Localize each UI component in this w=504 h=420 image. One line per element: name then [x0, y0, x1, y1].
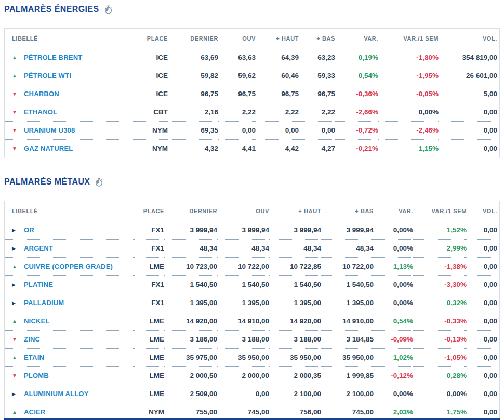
cell-dernier: 755,00: [164, 403, 217, 420]
instrument-link[interactable]: ACIER: [24, 408, 45, 416]
instrument-link[interactable]: PÉTROLE BRENT: [24, 54, 82, 61]
instrument-link[interactable]: NICKEL: [24, 317, 50, 325]
metaux-table: LIBELLÉPLACEDERNIEROUV+ HAUT+ BASVAR.VAR…: [5, 201, 500, 420]
cell-vol: 26 601,00: [439, 67, 500, 85]
instrument-link[interactable]: URANIUM U308: [24, 126, 75, 134]
cell-libelle: ▶ALUMINIUM ALLOY: [5, 385, 135, 403]
cell-vol: 0,00: [467, 221, 500, 239]
cell-bas: 48,34: [321, 239, 374, 257]
cell-libelle: ▶PLATINE: [5, 275, 135, 294]
instrument-link[interactable]: ETAIN: [24, 353, 44, 361]
trend-down-icon: ▼: [12, 109, 18, 115]
table-row: ▼ZINCLME3 186,003 188,003 188,003 184,85…: [5, 330, 500, 348]
column-header-haut: + HAUT: [256, 29, 299, 48]
cell-vol: 354 819,00: [439, 48, 500, 67]
cell-dernier: 2 509,00: [164, 385, 217, 403]
table-row: ▶PLATINEFX11 540,501 540,501 540,501 540…: [5, 275, 500, 294]
cell-var: 1,02%: [374, 348, 413, 366]
instrument-link[interactable]: ALUMINIUM ALLOY: [24, 390, 89, 398]
column-header-ouv: OUV: [217, 201, 269, 221]
cell-var-sem: -0,33%: [413, 312, 467, 330]
cell-ouv: 0,00: [218, 121, 256, 139]
stopwatch-icon: [95, 178, 103, 187]
instrument-link[interactable]: PLOMB: [24, 372, 49, 379]
cell-haut: 756,00: [269, 403, 321, 420]
cell-vol: 0,00: [467, 312, 500, 330]
instrument-link[interactable]: ZINC: [24, 335, 40, 343]
section-title-energies-label: PALMARÈS ÉNERGIES: [4, 4, 99, 15]
trend-down-icon: ▼: [12, 336, 18, 342]
instrument-link[interactable]: OR: [24, 226, 34, 234]
column-header-var-sem: VAR./1 SEM: [413, 201, 467, 221]
cell-var-sem: 0,00%: [413, 385, 467, 403]
cell-dernier: 96,75: [168, 85, 218, 103]
cell-var: 0,00%: [374, 239, 413, 257]
cell-place: LME: [135, 348, 164, 366]
instrument-link[interactable]: GAZ NATUREL: [24, 145, 73, 152]
metaux-header-row: LIBELLÉPLACEDERNIEROUV+ HAUT+ BASVAR.VAR…: [5, 201, 500, 221]
instrument-link[interactable]: CUIVRE (COPPER GRADE): [24, 262, 113, 270]
cell-var: -0,72%: [335, 121, 378, 139]
cell-dernier: 3 999,94: [164, 221, 217, 239]
cell-bas: 63,23: [299, 48, 335, 67]
palmares-page: PALMARÈS ÉNERGIES LIBELLÉPLACEDERNIEROUV…: [0, 0, 504, 420]
cell-ouv: 1 395,00: [217, 294, 269, 312]
cell-ouv: 14 910,00: [217, 312, 269, 330]
cell-bas: 14 910,00: [321, 312, 374, 330]
cell-var: -2,66%: [335, 103, 378, 121]
cell-dernier: 14 920,00: [164, 312, 217, 330]
trend-right-icon: ▶: [12, 300, 18, 306]
cell-libelle: ▲ACIER: [5, 403, 135, 420]
cell-place: LME: [135, 385, 164, 403]
cell-place: ICE: [137, 85, 168, 103]
cell-haut: 3 188,00: [269, 330, 321, 348]
instrument-link[interactable]: PLATINE: [24, 281, 53, 288]
cell-dernier: 2 000,50: [164, 366, 217, 385]
cell-ouv: 96,75: [218, 85, 256, 103]
cell-ouv: 3 188,00: [217, 330, 269, 348]
cell-haut: 2 100,00: [269, 385, 321, 403]
cell-ouv: 2,22: [218, 103, 256, 121]
column-header-place: PLACE: [137, 29, 168, 48]
cell-var: -0,36%: [335, 85, 378, 103]
cell-place: FX1: [135, 221, 164, 239]
cell-libelle: ▶PALLADIUM: [5, 294, 135, 312]
energies-table-panel: LIBELLÉPLACEDERNIEROUV+ HAUT+ BASVAR.VAR…: [4, 28, 500, 158]
cell-ouv: 4,41: [218, 139, 256, 158]
cell-var: -0,21%: [335, 139, 378, 158]
cell-haut: 48,34: [269, 239, 321, 257]
instrument-link[interactable]: CHARBON: [24, 90, 59, 98]
cell-libelle: ▶ARGENT: [5, 239, 135, 257]
cell-vol: 0,00: [467, 348, 500, 366]
cell-haut: 1 540,50: [269, 275, 321, 294]
trend-up-icon: ▲: [12, 409, 18, 415]
instrument-link[interactable]: ETHANOL: [24, 108, 57, 116]
instrument-link[interactable]: PALLADIUM: [24, 299, 64, 307]
cell-dernier: 2,16: [168, 103, 218, 121]
cell-place: CBT: [137, 103, 168, 121]
cell-dernier: 69,35: [168, 121, 218, 139]
cell-var: 1,13%: [374, 257, 413, 275]
instrument-link[interactable]: PÉTROLE WTI: [24, 72, 71, 80]
section-title-metaux: PALMARÈS MÉTAUX: [4, 177, 500, 187]
column-header-haut: + HAUT: [269, 201, 321, 221]
cell-var: -0,09%: [374, 330, 413, 348]
cell-var-sem: 1,15%: [378, 139, 439, 158]
table-row: ▲CUIVRE (COPPER GRADE)LME10 723,0010 722…: [5, 257, 500, 275]
cell-ouv: 745,00: [217, 403, 269, 420]
energies-table: LIBELLÉPLACEDERNIEROUV+ HAUT+ BASVAR.VAR…: [5, 29, 500, 158]
instrument-link[interactable]: ARGENT: [24, 244, 53, 252]
cell-bas: 745,00: [321, 403, 374, 420]
table-row: ▲ETAINLME35 975,0035 950,0035 950,0035 9…: [5, 348, 500, 366]
cell-ouv: 2 000,00: [217, 366, 269, 385]
cell-vol: 0,00: [467, 275, 500, 294]
cell-dernier: 10 723,00: [164, 257, 217, 275]
column-header-bas: + BAS: [299, 29, 335, 48]
cell-bas: 1 999,85: [321, 366, 374, 385]
table-row: ▼ETHANOLCBT2,162,222,222,22-2,66%0,00%0,…: [5, 103, 500, 121]
cell-var-sem: -1,80%: [378, 48, 439, 67]
cell-bas: 1 540,50: [321, 275, 374, 294]
cell-bas: 96,75: [299, 85, 335, 103]
cell-libelle: ▼ZINC: [5, 330, 135, 348]
cell-var: 0,54%: [374, 312, 413, 330]
